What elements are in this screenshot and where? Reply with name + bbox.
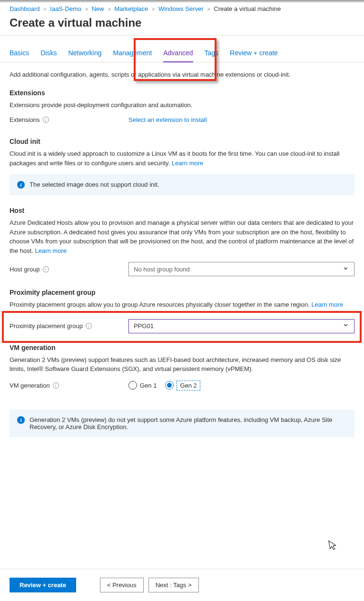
tab-disks[interactable]: Disks	[40, 49, 57, 62]
breadcrumb-dashboard[interactable]: Dashboard	[10, 5, 40, 12]
info-icon[interactable]: i	[86, 323, 92, 329]
vmgen-label: VM generation i	[10, 382, 128, 389]
tab-basics[interactable]: Basics	[10, 49, 29, 62]
vmgen-heading: VM generation	[10, 344, 354, 351]
host-group-select[interactable]: No host group found	[128, 262, 354, 276]
ppg-select[interactable]: PPG01	[128, 319, 354, 333]
breadcrumb-sep: >	[205, 6, 212, 12]
breadcrumb: Dashboard > IaaS-Demo > New > Marketplac…	[0, 2, 364, 14]
tab-advanced[interactable]: Advanced	[163, 49, 193, 62]
tab-bar: Basics Disks Networking Management Advan…	[0, 36, 364, 62]
breadcrumb-iaas-demo[interactable]: IaaS-Demo	[50, 5, 81, 12]
extensions-label-text: Extensions	[10, 116, 40, 123]
ppg-row: Proximity placement group i PPG01	[10, 319, 354, 333]
info-icon: i	[17, 181, 25, 189]
breadcrumb-current: Create a virtual machine	[214, 5, 281, 12]
host-group-value: No host group found	[134, 266, 190, 273]
footer-nav: < Previous Next : Tags >	[100, 578, 199, 592]
extensions-heading: Extensions	[10, 89, 354, 97]
breadcrumb-windows-server[interactable]: Windows Server	[158, 5, 204, 12]
breadcrumb-sep: >	[106, 6, 112, 12]
breadcrumb-new[interactable]: New	[92, 5, 104, 12]
info-icon[interactable]: i	[43, 117, 49, 123]
breadcrumb-marketplace[interactable]: Marketplace	[114, 5, 148, 12]
page-title: Create a virtual machine	[0, 14, 364, 35]
tab-content: Add additional configuration, agents, sc…	[0, 62, 364, 437]
host-group-label-text: Host group	[10, 266, 40, 273]
tab-management[interactable]: Management	[113, 49, 152, 62]
cloud-init-learn-more[interactable]: Learn more	[172, 160, 203, 167]
host-learn-more[interactable]: Learn more	[35, 247, 66, 254]
cloud-init-banner-text: The selected image does not support clou…	[30, 181, 159, 188]
info-icon: i	[17, 416, 25, 424]
ppg-label-text: Proximity placement group	[10, 322, 83, 330]
breadcrumb-sep: >	[83, 6, 90, 12]
info-icon[interactable]: i	[43, 266, 49, 272]
vmgen-radio-gen1[interactable]: Gen 1	[128, 381, 157, 390]
ppg-value: PPG01	[134, 322, 154, 330]
vmgen-gen2-label: Gen 2	[177, 381, 200, 391]
host-heading: Host	[10, 207, 354, 214]
host-desc: Azure Dedicated Hosts allow you to provi…	[10, 218, 354, 255]
select-extension-link[interactable]: Select an extension to install	[128, 116, 207, 123]
host-group-row: Host group i No host group found	[10, 262, 354, 276]
tab-networking[interactable]: Networking	[68, 49, 101, 62]
host-group-label: Host group i	[10, 266, 128, 273]
breadcrumb-sep: >	[150, 6, 157, 12]
vmgen-gen1-label: Gen 1	[140, 382, 157, 389]
intro-text: Add additional configuration, agents, sc…	[10, 70, 354, 80]
extensions-label: Extensions i	[10, 116, 128, 123]
chevron-down-icon	[342, 322, 349, 330]
radio-icon	[128, 381, 137, 390]
cloud-init-heading: Cloud init	[10, 138, 354, 145]
breadcrumb-sep: >	[41, 6, 48, 12]
next-button[interactable]: Next : Tags >	[148, 578, 199, 592]
ppg-desc: Proximity placement groups allow you to …	[10, 300, 354, 310]
chevron-down-icon	[342, 266, 349, 273]
footer-bar: Review + create < Previous Next : Tags >	[0, 569, 364, 601]
extensions-row: Extensions i Select an extension to inst…	[10, 116, 354, 123]
ppg-label: Proximity placement group i	[10, 322, 128, 330]
ppg-desc-text: Proximity placement groups allow you to …	[10, 301, 311, 308]
cloud-init-desc: Cloud init is a widely used approach to …	[10, 149, 354, 168]
vmgen-radio-gen2[interactable]: Gen 2	[165, 381, 200, 391]
review-create-button[interactable]: Review + create	[10, 578, 76, 592]
vmgen-info-banner: i Generation 2 VMs (preview) do not yet …	[10, 410, 354, 437]
ppg-learn-more[interactable]: Learn more	[311, 301, 343, 308]
radio-icon	[165, 381, 174, 390]
previous-button[interactable]: < Previous	[100, 578, 144, 592]
vmgen-row: VM generation i Gen 1 Gen 2	[10, 381, 354, 391]
extensions-desc: Extensions provide post-deployment confi…	[10, 100, 354, 110]
info-icon[interactable]: i	[53, 382, 59, 389]
cursor-icon	[328, 539, 339, 554]
vmgen-radio-group: Gen 1 Gen 2	[128, 381, 354, 391]
ppg-heading: Proximity placement group	[10, 289, 354, 296]
vmgen-desc: Generation 2 VMs (preview) support featu…	[10, 355, 354, 374]
vmgen-label-text: VM generation	[10, 382, 50, 389]
tab-tags[interactable]: Tags	[205, 49, 219, 62]
vmgen-banner-text: Generation 2 VMs (preview) do not yet su…	[30, 416, 347, 431]
tab-review[interactable]: Review + create	[230, 49, 278, 62]
cloud-init-info-banner: i The selected image does not support cl…	[10, 174, 354, 195]
